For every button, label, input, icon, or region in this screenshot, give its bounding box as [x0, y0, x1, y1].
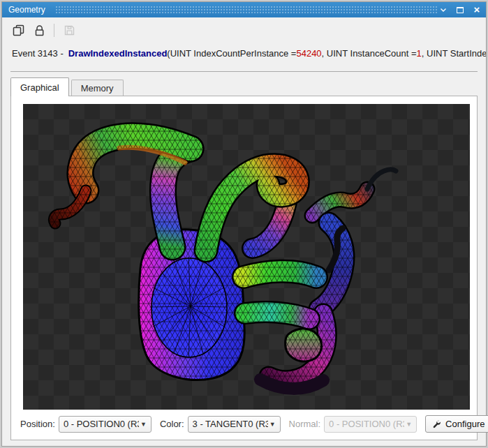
event-arg-value: 1 — [417, 48, 422, 59]
normal-label: Normal: — [289, 419, 321, 429]
mesh-model — [54, 136, 396, 389]
tab-bar: Graphical Memory — [10, 77, 486, 96]
event-label: Event 3143 - — [12, 48, 64, 59]
tab-memory-label: Memory — [81, 83, 114, 94]
stream-controls: Position: 0 - POSITION0 (R32G ▼ Color: 3… — [20, 415, 471, 433]
window-inner: Geometry × — [2, 2, 486, 446]
titlebar[interactable]: Geometry × — [2, 2, 486, 17]
lock-icon[interactable] — [31, 22, 47, 38]
position-dropdown-value: 0 - POSITION0 (R32G — [64, 419, 139, 429]
toolbar-separator — [54, 24, 54, 37]
window-title: Geometry — [8, 5, 45, 15]
configure-button-label: Configure — [445, 419, 485, 429]
copy-icon[interactable] — [10, 22, 26, 38]
color-label: Color: — [160, 419, 184, 429]
geometry-viewport[interactable] — [23, 104, 470, 410]
chevron-down-icon: ▼ — [269, 421, 276, 428]
graphical-tab-panel: Position: 0 - POSITION0 (R32G ▼ Color: 3… — [10, 96, 478, 440]
color-dropdown[interactable]: 3 - TANGENT0 (R32G ▼ — [188, 416, 281, 433]
mesh-model-svg — [23, 104, 470, 410]
position-dropdown[interactable]: 0 - POSITION0 (R32G ▼ — [59, 416, 151, 433]
chevron-down-icon: ▼ — [140, 421, 147, 428]
event-call-name: DrawIndexedInstanced — [68, 48, 168, 59]
normal-dropdown: 0 - POSITION0 (R32G ▼ — [324, 416, 417, 433]
normal-dropdown-value: 0 - POSITION0 (R32G — [329, 419, 404, 429]
event-arg-segment: (UINT IndexCountPerInstance = — [167, 48, 296, 59]
chevron-down-icon: ▼ — [406, 421, 412, 428]
event-arg-value: 54240 — [296, 48, 321, 59]
collapse-chevron-icon[interactable] — [438, 5, 448, 15]
separator-line — [10, 71, 478, 72]
tab-graphical-label: Graphical — [20, 82, 59, 93]
tab-memory[interactable]: Memory — [71, 80, 124, 96]
wrench-icon — [432, 419, 442, 429]
geometry-window: Geometry × — [0, 0, 488, 448]
window-buttons: × — [438, 5, 482, 15]
event-description: Event 3143 -DrawIndexedInstanced(UINT In… — [2, 40, 486, 66]
tab-graphical[interactable]: Graphical — [10, 77, 69, 96]
save-icon[interactable] — [61, 22, 77, 38]
close-icon[interactable]: × — [472, 5, 482, 15]
maximize-icon[interactable] — [455, 5, 465, 15]
color-dropdown-value: 3 - TANGENT0 (R32G — [193, 419, 268, 429]
event-arg-segment: , UINT InstanceCount = — [322, 48, 417, 59]
configure-button[interactable]: Configure — [425, 415, 488, 433]
titlebar-texture — [55, 6, 438, 14]
position-label: Position: — [20, 419, 55, 429]
event-arg-segment: , UINT StartIndexL… — [422, 48, 486, 59]
toolbar — [2, 17, 486, 40]
